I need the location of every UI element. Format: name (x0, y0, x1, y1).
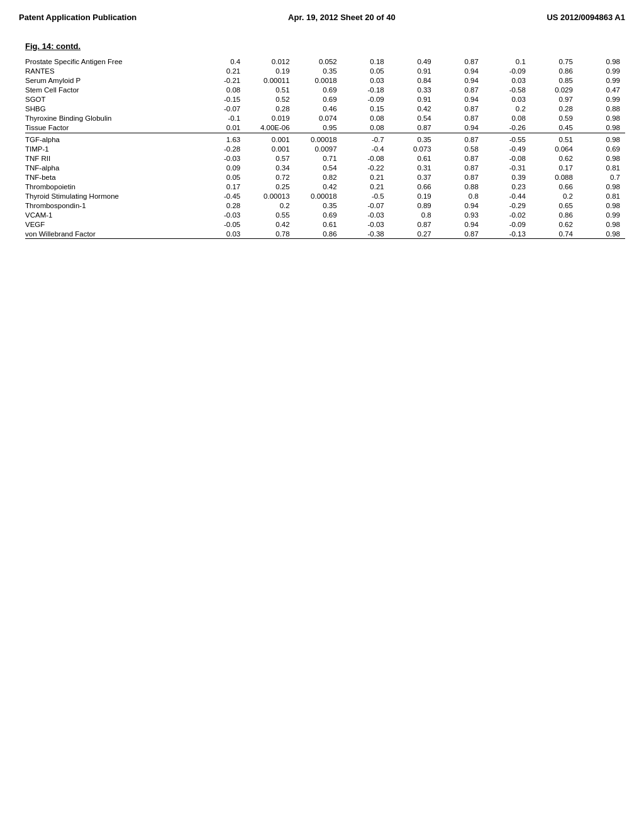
row-cell: -0.03 (198, 153, 245, 163)
row-cell: 0.87 (436, 163, 484, 172)
row-cell: 0.42 (245, 219, 294, 229)
row-cell: 0.2 (531, 191, 578, 201)
row-cell: -0.18 (342, 86, 389, 95)
row-cell: 0.001 (245, 144, 294, 153)
row-cell: 0.87 (389, 123, 436, 133)
row-label: TNF-beta (25, 172, 198, 182)
row-cell: 0.81 (578, 191, 625, 201)
row-cell: 0.49 (389, 57, 436, 67)
row-cell: -0.09 (484, 219, 531, 229)
row-label: Thrombopoietin (25, 182, 198, 191)
row-cell: 0.61 (295, 219, 342, 229)
table-row: RANTES0.210.190.350.050.910.94-0.090.860… (25, 67, 625, 76)
row-cell: 0.72 (245, 172, 294, 182)
table-row: Thrombopoietin0.170.250.420.210.660.880.… (25, 182, 625, 191)
row-cell: 0.87 (436, 104, 484, 114)
row-cell: 0.87 (389, 219, 436, 229)
row-cell: 0.18 (342, 57, 389, 67)
row-cell: 0.66 (531, 182, 578, 191)
row-cell: 0.91 (389, 95, 436, 104)
table-row: Tissue Factor0.014.00E-060.950.080.870.9… (25, 123, 625, 133)
row-cell: -0.28 (198, 144, 245, 153)
row-cell: 0.86 (295, 229, 342, 239)
row-label: TGF-alpha (25, 133, 198, 144)
row-cell: 0.03 (484, 76, 531, 86)
row-cell: -0.7 (342, 133, 389, 144)
row-cell: 0.7 (578, 172, 625, 182)
row-cell: 0.23 (484, 182, 531, 191)
table-row: TNF-alpha0.090.340.54-0.220.310.87-0.310… (25, 163, 625, 172)
row-cell: 0.98 (578, 133, 625, 144)
row-cell: 0.51 (245, 86, 294, 95)
row-cell: 0.21 (342, 172, 389, 182)
row-cell: 0.03 (484, 95, 531, 104)
row-cell: 0.28 (531, 104, 578, 114)
row-cell: 0.98 (578, 123, 625, 133)
row-cell: 0.75 (531, 57, 578, 67)
row-cell: 0.08 (198, 86, 245, 95)
row-cell: 0.62 (531, 219, 578, 229)
row-cell: 0.42 (389, 104, 436, 114)
row-cell: -0.13 (484, 229, 531, 239)
row-cell: 0.1 (484, 57, 531, 67)
row-cell: 4.00E-06 (245, 123, 294, 133)
row-cell: 0.94 (436, 95, 484, 104)
row-cell: 0.47 (578, 86, 625, 95)
row-cell: -0.38 (342, 229, 389, 239)
row-cell: 0.69 (295, 95, 342, 104)
row-cell: 0.05 (342, 67, 389, 76)
row-cell: 0.94 (436, 76, 484, 86)
row-cell: 0.88 (578, 104, 625, 114)
row-cell: 0.59 (531, 114, 578, 123)
row-cell: -0.03 (342, 219, 389, 229)
row-cell: 0.2 (484, 104, 531, 114)
row-cell: 0.87 (436, 133, 484, 144)
row-label: TIMP-1 (25, 144, 198, 153)
table-row: von Willebrand Factor0.030.780.86-0.380.… (25, 229, 625, 239)
table-row: SGOT-0.150.520.69-0.090.910.940.030.970.… (25, 95, 625, 104)
row-cell: 0.31 (389, 163, 436, 172)
row-cell: 0.074 (295, 114, 342, 123)
row-cell: 0.95 (295, 123, 342, 133)
row-cell: -0.49 (484, 144, 531, 153)
row-cell: 0.69 (578, 144, 625, 153)
table-row: Serum Amyloid P-0.210.000110.00180.030.8… (25, 76, 625, 86)
row-cell: -0.29 (484, 201, 531, 210)
row-cell: 0.019 (245, 114, 294, 123)
table-row: Thyroid Stimulating Hormone-0.450.000130… (25, 191, 625, 201)
row-cell: 0.91 (389, 67, 436, 76)
row-cell: 0.0018 (295, 76, 342, 86)
row-cell: 0.052 (295, 57, 342, 67)
row-cell: 0.45 (531, 123, 578, 133)
table-row: TNF-beta0.050.720.820.210.370.870.390.08… (25, 172, 625, 182)
row-label: SHBG (25, 104, 198, 114)
row-cell: -0.05 (198, 219, 245, 229)
row-cell: -0.08 (342, 153, 389, 163)
row-cell: 0.69 (295, 86, 342, 95)
row-label: RANTES (25, 67, 198, 76)
row-cell: 0.088 (531, 172, 578, 182)
row-cell: 0.99 (578, 210, 625, 219)
table-row: VEGF-0.050.420.61-0.030.870.94-0.090.620… (25, 219, 625, 229)
row-cell: 0.99 (578, 67, 625, 76)
row-cell: 0.39 (484, 172, 531, 182)
row-cell: 0.4 (198, 57, 245, 67)
row-cell: 0.81 (578, 163, 625, 172)
row-cell: 0.98 (578, 114, 625, 123)
row-cell: 0.97 (531, 95, 578, 104)
row-cell: 0.029 (531, 86, 578, 95)
row-cell: -0.02 (484, 210, 531, 219)
row-cell: 0.98 (578, 182, 625, 191)
row-cell: 0.58 (436, 144, 484, 153)
row-cell: 0.0097 (295, 144, 342, 153)
row-cell: -0.15 (198, 95, 245, 104)
row-cell: -0.07 (342, 201, 389, 210)
row-cell: 0.34 (245, 163, 294, 172)
row-cell: 0.98 (578, 57, 625, 67)
header-center: Apr. 19, 2012 Sheet 20 of 40 (288, 11, 396, 24)
row-cell: 0.65 (531, 201, 578, 210)
row-cell: -0.07 (198, 104, 245, 114)
row-cell: 0.33 (389, 86, 436, 95)
row-cell: -0.58 (484, 86, 531, 95)
row-cell: 0.35 (295, 201, 342, 210)
